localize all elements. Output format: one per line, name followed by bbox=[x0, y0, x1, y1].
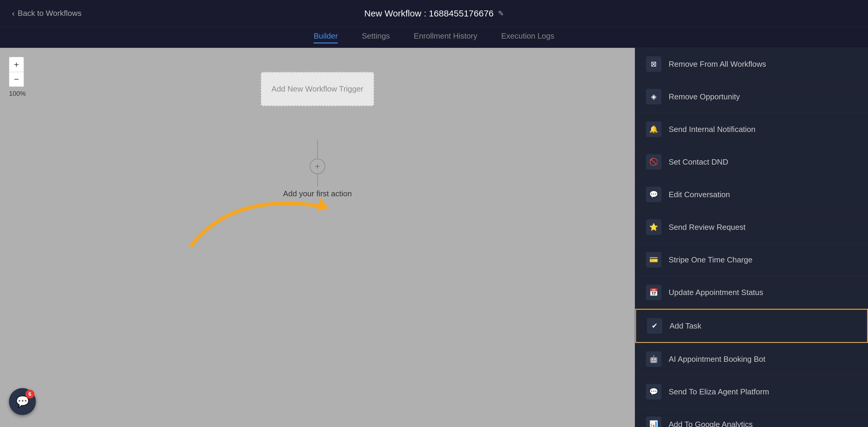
chat-bubble-button[interactable]: 💬 6 bbox=[9, 388, 36, 415]
chat-badge: 6 bbox=[25, 390, 34, 399]
sidebar-item-set-contact-dnd[interactable]: 🚫Set Contact DND bbox=[635, 146, 868, 178]
add-task-icon: ✔ bbox=[647, 318, 662, 334]
tab-execution-logs[interactable]: Execution Logs bbox=[501, 31, 554, 44]
edit-conversation-icon: 💬 bbox=[646, 187, 661, 202]
workflow-title: New Workflow : 1688455176676 bbox=[364, 8, 494, 19]
stripe-one-time-charge-icon: 💳 bbox=[646, 252, 661, 267]
zoom-level: 100% bbox=[9, 90, 26, 97]
tab-enrollment-history[interactable]: Enrollment History bbox=[414, 31, 477, 44]
connector-line-bottom bbox=[317, 174, 318, 186]
tab-settings[interactable]: Settings bbox=[362, 31, 390, 44]
header-title: New Workflow : 1688455176676 ✎ bbox=[364, 8, 504, 19]
ai-appointment-booking-bot-label: AI Appointment Booking Bot bbox=[669, 354, 766, 364]
zoom-in-button[interactable]: + bbox=[9, 57, 24, 72]
main-layout: + − 100% Add New Workflow Trigger + Add … bbox=[0, 48, 868, 427]
send-internal-notification-label: Send Internal Notification bbox=[669, 125, 755, 134]
back-button[interactable]: ‹ Back to Workflows bbox=[12, 9, 82, 18]
sidebar-item-edit-conversation[interactable]: 💬Edit Conversation bbox=[635, 178, 868, 211]
tab-builder[interactable]: Builder bbox=[314, 31, 338, 44]
connector: + Add your first action bbox=[283, 141, 352, 198]
add-action-button[interactable]: + bbox=[310, 159, 325, 174]
edit-title-icon[interactable]: ✎ bbox=[498, 9, 504, 18]
set-contact-dnd-label: Set Contact DND bbox=[669, 158, 728, 167]
remove-from-all-workflows-label: Remove From All Workflows bbox=[669, 60, 766, 69]
send-review-request-icon: ⭐ bbox=[646, 219, 661, 235]
stripe-one-time-charge-label: Stripe One Time Charge bbox=[669, 255, 752, 264]
chevron-left-icon: ‹ bbox=[12, 9, 14, 18]
zoom-controls: + − 100% bbox=[9, 57, 26, 97]
edit-conversation-label: Edit Conversation bbox=[669, 190, 730, 199]
sidebar-item-remove-from-all-workflows[interactable]: ⊠Remove From All Workflows bbox=[635, 48, 868, 81]
send-review-request-label: Send Review Request bbox=[669, 223, 745, 232]
sidebar-item-update-appointment-status[interactable]: 📅Update Appointment Status bbox=[635, 276, 868, 309]
sidebar-item-send-internal-notification[interactable]: 🔔Send Internal Notification bbox=[635, 113, 868, 146]
sidebar-item-send-review-request[interactable]: ⭐Send Review Request bbox=[635, 211, 868, 244]
sidebar-item-remove-opportunity[interactable]: ◈Remove Opportunity bbox=[635, 81, 868, 113]
remove-from-all-workflows-icon: ⊠ bbox=[646, 56, 661, 72]
tabs-bar: Builder Settings Enrollment History Exec… bbox=[0, 27, 868, 48]
sidebar-item-send-to-eliza[interactable]: 💬Send To Eliza Agent Platform bbox=[635, 375, 868, 408]
trigger-label: Add New Workflow Trigger bbox=[271, 84, 363, 93]
update-appointment-status-label: Update Appointment Status bbox=[669, 288, 764, 297]
back-label: Back to Workflows bbox=[18, 9, 81, 18]
ai-appointment-booking-bot-icon: 🤖 bbox=[646, 351, 661, 367]
remove-opportunity-icon: ◈ bbox=[646, 89, 661, 105]
add-to-google-analytics-label: Add To Google Analytics bbox=[669, 420, 753, 427]
actions-sidebar: ⊠Remove From All Workflows◈Remove Opport… bbox=[635, 48, 868, 427]
send-internal-notification-icon: 🔔 bbox=[646, 121, 661, 137]
sidebar-item-stripe-one-time-charge[interactable]: 💳Stripe One Time Charge bbox=[635, 244, 868, 276]
add-task-label: Add Task bbox=[670, 321, 701, 331]
header: ‹ Back to Workflows New Workflow : 16884… bbox=[0, 0, 868, 27]
send-to-eliza-label: Send To Eliza Agent Platform bbox=[669, 387, 769, 397]
workflow-canvas[interactable]: + − 100% Add New Workflow Trigger + Add … bbox=[0, 48, 635, 427]
sidebar-item-add-task[interactable]: ✔Add Task bbox=[635, 309, 868, 343]
zoom-out-button[interactable]: − bbox=[9, 72, 24, 87]
remove-opportunity-label: Remove Opportunity bbox=[669, 92, 740, 102]
plus-icon: + bbox=[315, 162, 320, 171]
action-label: Add your first action bbox=[283, 189, 352, 198]
set-contact-dnd-icon: 🚫 bbox=[646, 154, 661, 170]
sidebar-item-add-to-google-analytics[interactable]: 📊Add To Google Analytics bbox=[635, 408, 868, 427]
connector-line-top bbox=[317, 141, 318, 159]
add-trigger-box[interactable]: Add New Workflow Trigger bbox=[261, 72, 374, 106]
svg-marker-0 bbox=[317, 198, 329, 211]
send-to-eliza-icon: 💬 bbox=[646, 384, 661, 399]
add-to-google-analytics-icon: 📊 bbox=[646, 417, 661, 427]
sidebar-items-list: ⊠Remove From All Workflows◈Remove Opport… bbox=[635, 48, 868, 427]
update-appointment-status-icon: 📅 bbox=[646, 285, 661, 300]
sidebar-item-ai-appointment-booking-bot[interactable]: 🤖AI Appointment Booking Bot bbox=[635, 343, 868, 375]
